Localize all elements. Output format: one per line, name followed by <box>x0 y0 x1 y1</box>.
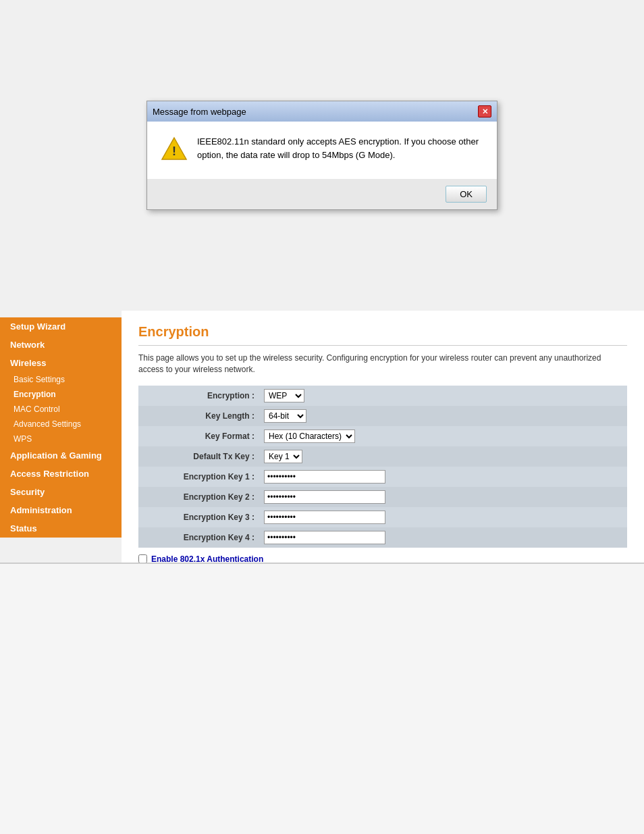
sidebar-item-status[interactable]: Status <box>0 519 122 538</box>
bottom-area <box>0 564 644 834</box>
sidebar-item-access-restriction[interactable]: Access Restriction <box>0 465 122 483</box>
enc-key1-label: Encryption Key 1 : <box>138 467 260 487</box>
default-tx-key-value: Key 1 Key 2 Key 3 Key 4 <box>260 446 627 467</box>
sidebar: Setup Wizard Network Wireless Basic Sett… <box>0 311 122 600</box>
table-row-enc-key3: Encryption Key 3 : <box>138 507 627 527</box>
key-length-select[interactable]: 64-bit 128-bit <box>264 409 306 423</box>
enc-key1-input[interactable] <box>264 470 385 484</box>
enc-key1-value <box>260 467 627 487</box>
dialog-ok-button[interactable]: OK <box>446 186 487 203</box>
warning-icon: ! <box>161 135 188 162</box>
table-row-key-length: Key Length : 64-bit 128-bit <box>138 406 627 426</box>
sidebar-subitem-encryption[interactable]: Encryption <box>0 387 122 402</box>
page-title: Encryption <box>138 324 627 346</box>
enc-key2-value <box>260 487 627 507</box>
table-row-enc-key1: Encryption Key 1 : <box>138 467 627 487</box>
table-row-key-format: Key Format : Hex (10 Characters) ASCII <box>138 426 627 446</box>
table-row-enc-key2: Encryption Key 2 : <box>138 487 627 507</box>
key-format-select[interactable]: Hex (10 Characters) ASCII <box>264 429 355 443</box>
sidebar-subitem-wps[interactable]: WPS <box>0 432 122 446</box>
sidebar-subitem-advanced-settings[interactable]: Advanced Settings <box>0 417 122 432</box>
enc-key3-label: Encryption Key 3 : <box>138 507 260 527</box>
key-length-label: Key Length : <box>138 406 260 426</box>
key-format-label: Key Format : <box>138 426 260 446</box>
key-format-value: Hex (10 Characters) ASCII <box>260 426 627 446</box>
enc-key2-label: Encryption Key 2 : <box>138 487 260 507</box>
default-tx-key-label: Default Tx Key : <box>138 446 260 467</box>
settings-table: Encryption : WEP WPA WPA2 None Key Lengt… <box>138 386 627 548</box>
encryption-select[interactable]: WEP WPA WPA2 None <box>264 389 304 402</box>
sidebar-item-administration[interactable]: Administration <box>0 501 122 519</box>
table-row-enc-key4: Encryption Key 4 : <box>138 527 627 548</box>
dialog-message-line1: IEEE802.11n standard only accepts AES en… <box>197 135 479 149</box>
enc-key2-input[interactable] <box>264 490 385 504</box>
sidebar-item-application-gaming[interactable]: Application & Gaming <box>0 446 122 465</box>
sidebar-subitem-mac-control[interactable]: MAC Control <box>0 402 122 417</box>
svg-text:!: ! <box>172 145 176 158</box>
dialog-close-button[interactable]: ✕ <box>478 105 491 118</box>
dialog-body: ! IEEE802.11n standard only accepts AES … <box>147 122 497 169</box>
enc-key4-input[interactable] <box>264 531 385 544</box>
key-length-value: 64-bit 128-bit <box>260 406 627 426</box>
sidebar-subitem-basic-settings[interactable]: Basic Settings <box>0 372 122 387</box>
dialog-box: Message from webpage ✕ ! IEEE802.11n sta… <box>146 101 498 210</box>
sidebar-item-security[interactable]: Security <box>0 483 122 501</box>
main-container: Setup Wizard Network Wireless Basic Sett… <box>0 311 644 600</box>
sidebar-item-network[interactable]: Network <box>0 336 122 354</box>
enc-key4-label: Encryption Key 4 : <box>138 527 260 548</box>
dialog-footer: OK <box>147 179 497 209</box>
sidebar-item-wireless[interactable]: Wireless <box>0 354 122 372</box>
enc-key3-input[interactable] <box>264 511 385 524</box>
default-tx-key-select[interactable]: Key 1 Key 2 Key 3 Key 4 <box>264 450 302 463</box>
dialog-message: IEEE802.11n standard only accepts AES en… <box>197 135 479 161</box>
dialog-titlebar: Message from webpage ✕ <box>147 101 497 122</box>
enc-key3-value <box>260 507 627 527</box>
page-description: This page allows you to set up the wirel… <box>138 353 627 375</box>
enc-key4-value <box>260 527 627 548</box>
dialog-title: Message from webpage <box>153 107 246 117</box>
dialog-message-line2: option, the data rate will drop to 54Mbp… <box>197 149 479 162</box>
table-row-default-tx-key: Default Tx Key : Key 1 Key 2 Key 3 Key 4 <box>138 446 627 467</box>
sidebar-item-setup-wizard[interactable]: Setup Wizard <box>0 317 122 336</box>
dialog-overlay: Message from webpage ✕ ! IEEE802.11n sta… <box>0 0 644 311</box>
table-row-encryption: Encryption : WEP WPA WPA2 None <box>138 386 627 406</box>
encryption-value: WEP WPA WPA2 None <box>260 386 627 406</box>
encryption-label: Encryption : <box>138 386 260 406</box>
content-area: Encryption This page allows you to set u… <box>122 311 644 600</box>
